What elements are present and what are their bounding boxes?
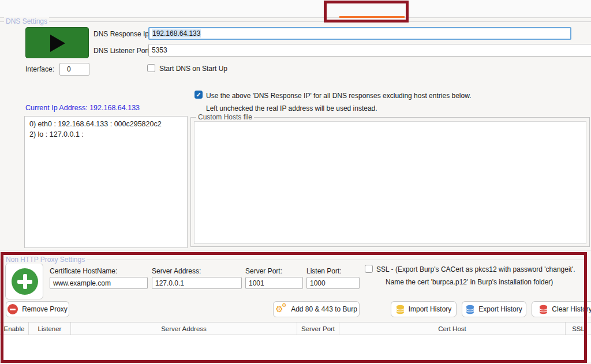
add-to-burp-button[interactable]: ⚙⚙ Add 80 & 443 to Burp [273, 301, 360, 317]
column-header-cert-host[interactable]: Cert Host [339, 322, 566, 335]
use-response-ip-checkbox[interactable]: ✓ [194, 91, 203, 99]
plus-icon [12, 268, 38, 295]
remove-proxy-button[interactable]: Remove Proxy [6, 301, 69, 317]
add-to-burp-label: Add 80 & 443 to Burp [291, 305, 357, 313]
import-history-button[interactable]: Import History [391, 301, 457, 317]
listen-port-label: Listen Port: [306, 267, 342, 275]
column-header-enable[interactable]: Enable [0, 322, 29, 335]
interface-list[interactable]: 0) eth0 : 192.168.64.133 : 000c295820c2 … [24, 116, 188, 248]
export-history-label: Export History [478, 305, 522, 313]
database-yellow-icon [396, 305, 405, 314]
current-ip-text: Current Ip Address: 192.168.64.133 [25, 104, 140, 112]
column-header-server-address[interactable]: Server Address [71, 322, 297, 335]
proxy-table-header: Enable Listener Server Address Server Po… [0, 322, 591, 335]
column-header-ssl[interactable]: SSL [566, 322, 591, 335]
clear-history-button[interactable]: Clear History [532, 301, 591, 317]
ssl-checkbox[interactable] [365, 265, 373, 273]
database-red-icon [539, 305, 548, 314]
column-header-server-port[interactable]: Server Port [297, 322, 339, 335]
proxy-group-border [0, 260, 586, 260]
list-item[interactable]: 0) eth0 : 192.168.64.133 : 000c295820c2 [25, 119, 187, 130]
custom-hosts-title: Custom Hosts file [196, 113, 254, 121]
import-history-label: Import History [409, 305, 452, 313]
proxy-group-title: Non HTTP Proxy Settings [4, 256, 87, 264]
start-dns-checkbox-label: Start DNS on Start Up [159, 65, 227, 73]
server-port-label: Server Port: [245, 267, 282, 275]
database-blue-icon [466, 305, 474, 314]
dns-group-border [0, 21, 591, 22]
interface-label: Interface: [25, 65, 54, 73]
dns-listener-port-input[interactable] [148, 44, 591, 57]
gears-orange-icon: ⚙⚙ [275, 304, 287, 314]
minus-icon [8, 304, 18, 314]
column-header-listener[interactable]: Listener [29, 322, 71, 335]
panel-divider [0, 250, 591, 250]
export-history-button[interactable]: Export History [462, 301, 526, 317]
ssl-checkbox-label-line2: Name the cert 'burpca.p12' in Burp's ins… [386, 278, 553, 286]
proxy-table-body[interactable] [0, 335, 591, 362]
use-response-ip-note: Left unchecked the real IP address will … [206, 104, 377, 112]
dns-group-title: DNS Settings [4, 17, 49, 25]
start-dns-button[interactable] [25, 27, 89, 58]
start-dns-checkbox[interactable] [147, 64, 155, 72]
list-item[interactable]: 2) lo : 127.0.0.1 : [25, 130, 187, 140]
interface-input[interactable] [59, 63, 89, 76]
server-port-input[interactable] [245, 277, 303, 289]
custom-hosts-textarea[interactable] [194, 121, 586, 244]
remove-proxy-label: Remove Proxy [22, 305, 68, 313]
dns-response-ip-value: 192.168.64.133 [152, 29, 201, 37]
dns-response-ip-label: DNS Response Ip: [93, 30, 151, 38]
cert-hostname-label: Certificate HostName: [50, 267, 117, 275]
tab-bar [0, 0, 591, 18]
server-address-input[interactable] [152, 277, 242, 289]
dns-listener-port-label: DNS Listener Port: [93, 47, 151, 55]
active-tab-underline [339, 16, 405, 18]
server-address-label: Server Address: [152, 267, 201, 275]
cert-hostname-input[interactable] [50, 277, 148, 289]
clear-history-label: Clear History [552, 305, 591, 313]
listen-port-input[interactable] [306, 277, 360, 289]
add-proxy-button[interactable] [5, 263, 43, 299]
play-icon [50, 35, 65, 52]
ssl-checkbox-label-line1: SSL - (Export Burp's CACert as pkcs12 wi… [376, 265, 575, 273]
use-response-ip-checkbox-label: Use the above 'DNS Response IP' for all … [206, 92, 472, 100]
dns-response-ip-input[interactable]: 192.168.64.133 [148, 27, 571, 40]
